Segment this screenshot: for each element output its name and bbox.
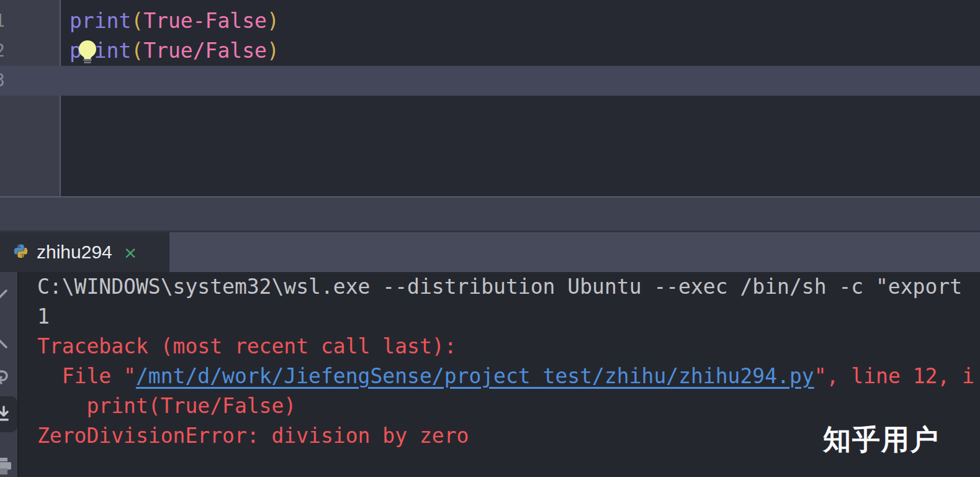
text-segment: 1: [37, 304, 50, 329]
text-segment: File ": [37, 364, 136, 388]
code-text: [60, 66, 980, 96]
code-editor[interactable]: 1print(True-False)2print(True/False)3: [0, 0, 980, 197]
code-line-1[interactable]: 1print(True-False): [0, 6, 980, 36]
text-segment: (: [131, 39, 143, 63]
text-segment: ZeroDivisionError: division by zero: [37, 424, 469, 448]
close-icon[interactable]: ×: [124, 244, 138, 261]
print-icon[interactable]: [0, 456, 14, 476]
soft-wrap-icon[interactable]: [0, 366, 14, 386]
text-segment: ", line 12, i: [814, 364, 974, 388]
lightbulb-icon[interactable]: [78, 40, 98, 65]
scroll-to-end-icon: [0, 405, 13, 424]
code-text: print(True/False): [60, 36, 980, 66]
console-line: 1: [37, 302, 980, 332]
line-number: 3: [0, 66, 60, 96]
traceback-file-link[interactable]: /mnt/d/work/JiefengSense/project_test/zh…: [136, 364, 814, 388]
text-segment: ): [267, 39, 279, 63]
text-segment: print: [70, 9, 131, 33]
run-tab-bar: zhihu294 ×: [0, 232, 980, 272]
collapse-arrow-icon[interactable]: [0, 286, 14, 306]
expand-arrow-icon[interactable]: [0, 331, 14, 351]
console-toolbar: [0, 272, 19, 477]
scroll-to-end-button[interactable]: [0, 396, 17, 432]
text-segment: Traceback (most recent call last):: [37, 334, 457, 358]
text-segment: print(True/False): [37, 394, 296, 418]
watermark-text: 知乎用户: [823, 421, 972, 458]
text-segment: C:\WINDOWS\system32\wsl.exe --distributi…: [37, 275, 962, 299]
console-line: File "/mnt/d/work/JiefengSense/project_t…: [37, 361, 980, 391]
text-segment: True/False: [143, 39, 267, 63]
code-line-2[interactable]: 2print(True/False): [0, 36, 980, 66]
console-line: C:\WINDOWS\system32\wsl.exe --distributi…: [37, 272, 980, 302]
editor-lines: 1print(True-False)2print(True/False)3: [0, 6, 980, 96]
run-panel-header: [0, 197, 980, 230]
run-tab-label: zhihu294: [37, 242, 112, 263]
code-text: print(True-False): [60, 6, 980, 36]
run-tab-zhihu294[interactable]: zhihu294 ×: [0, 232, 169, 272]
code-line-3[interactable]: 3: [0, 66, 980, 96]
ide-window: 1print(True-False)2print(True/False)3 zh…: [0, 0, 980, 477]
text-segment: True-False: [143, 9, 267, 33]
console-line: Traceback (most recent call last):: [37, 332, 980, 361]
console-line: print(True/False): [37, 391, 980, 421]
python-icon: [12, 244, 29, 261]
line-number: 1: [0, 6, 60, 36]
text-segment: (: [131, 9, 143, 33]
text-segment: ): [267, 9, 279, 33]
line-number: 2: [0, 36, 60, 66]
